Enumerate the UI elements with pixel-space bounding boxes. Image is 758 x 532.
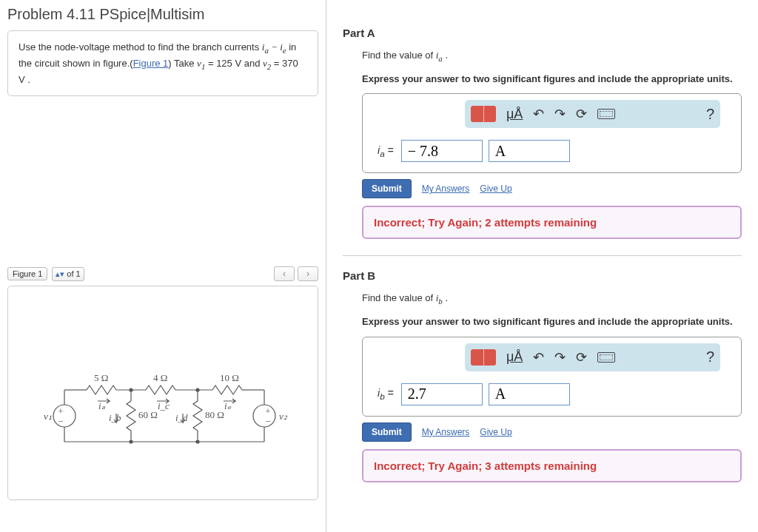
text: ) Take: [168, 58, 197, 69]
undo-icon[interactable]: ↶: [533, 106, 544, 122]
part-a-answer-box: μÅ ↶ ↷ ⟳ ? ia =: [362, 93, 742, 173]
svg-text:80 Ω: 80 Ω: [205, 409, 224, 420]
svg-text:−: −: [265, 416, 270, 427]
submit-button[interactable]: Submit: [362, 179, 412, 198]
keyboard-icon[interactable]: [597, 352, 615, 363]
figure-of: of 1: [67, 269, 80, 278]
part-a-instr: Express your answer to two significant f…: [362, 72, 742, 87]
problem-title: Problem 4.11 PSpice|Multisim: [7, 6, 318, 23]
text: and: [241, 58, 263, 69]
svg-text:4 Ω: 4 Ω: [153, 372, 167, 383]
svg-text:v₂: v₂: [279, 411, 288, 422]
help-icon[interactable]: ?: [706, 106, 714, 123]
svg-text:i_b: i_b: [109, 412, 121, 423]
answer-toolbar: μÅ ↶ ↷ ⟳ ?: [465, 343, 720, 371]
part-a-feedback: Incorrect; Try Again; 2 attempts remaini…: [362, 206, 742, 239]
part-b-title: Part B: [343, 269, 742, 282]
svg-point-1: [253, 405, 275, 427]
figure-nav: Figure 1 ▴▾ of 1 ‹ ›: [7, 266, 318, 281]
redo-icon[interactable]: ↷: [554, 106, 566, 122]
var-range: ia − ie: [262, 41, 286, 53]
svg-point-4: [130, 440, 133, 443]
units-button[interactable]: μÅ: [506, 349, 523, 365]
value-input[interactable]: [401, 140, 483, 162]
template-icon[interactable]: [471, 349, 496, 366]
part-a-prompt: Find the value of ia .: [362, 48, 742, 64]
reset-icon[interactable]: ⟳: [576, 349, 587, 366]
svg-point-0: [53, 405, 76, 427]
my-answers-link[interactable]: My Answers: [422, 183, 470, 194]
part-b-feedback: Incorrect; Try Again; 3 attempts remaini…: [362, 449, 742, 482]
unit-input[interactable]: [489, 140, 570, 162]
redo-icon[interactable]: ↷: [554, 349, 566, 366]
keyboard-icon[interactable]: [597, 109, 615, 119]
unit: V: [235, 58, 241, 69]
svg-text:iₑ: iₑ: [224, 400, 232, 411]
figure-panel: + − + − v₁ v₂ 5 Ω 4 Ω 10 Ω 60 Ω 80 Ω iₐ …: [7, 286, 318, 500]
help-icon[interactable]: ?: [706, 349, 714, 366]
reset-icon[interactable]: ⟳: [576, 106, 587, 122]
svg-text:+: +: [265, 405, 270, 417]
part-b-answer-box: μÅ ↶ ↷ ⟳ ? ib =: [362, 337, 742, 417]
text: .: [25, 74, 30, 85]
unit-input[interactable]: [489, 383, 570, 405]
text: = 125: [205, 58, 235, 69]
unit: V: [19, 74, 25, 85]
part-b-instr: Express your answer to two significant f…: [362, 314, 742, 329]
template-icon[interactable]: [471, 106, 496, 122]
svg-text:−: −: [58, 416, 63, 427]
part-a-title: Part A: [343, 27, 742, 39]
svg-text:i_d: i_d: [175, 412, 188, 423]
svg-text:v₁: v₁: [44, 411, 52, 422]
eq-label: ia =: [378, 144, 394, 158]
circuit-diagram: + − + − v₁ v₂ 5 Ω 4 Ω 10 Ω 60 Ω 80 Ω iₐ …: [35, 368, 294, 466]
submit-button[interactable]: Submit: [362, 422, 412, 442]
figure-counter[interactable]: ▴▾ of 1: [52, 267, 84, 281]
figure-label[interactable]: Figure 1: [7, 267, 47, 280]
give-up-link[interactable]: Give Up: [480, 427, 512, 437]
figure-link[interactable]: Figure 1: [133, 58, 169, 69]
value-input[interactable]: [401, 383, 483, 405]
v1-symbol: v1: [197, 58, 205, 69]
give-up-link[interactable]: Give Up: [480, 183, 512, 194]
v2-symbol: v2: [263, 58, 271, 69]
svg-text:+: +: [58, 405, 63, 417]
units-button[interactable]: μÅ: [506, 107, 523, 122]
svg-point-2: [130, 388, 133, 391]
problem-statement: Use the node-voltage method to find the …: [7, 30, 318, 96]
svg-text:10 Ω: 10 Ω: [220, 372, 239, 383]
svg-point-3: [196, 388, 199, 391]
text: = 370: [271, 58, 298, 69]
undo-icon[interactable]: ↶: [533, 349, 544, 366]
divider: [343, 255, 742, 256]
svg-text:iₐ: iₐ: [98, 400, 106, 411]
svg-text:60 Ω: 60 Ω: [138, 409, 158, 420]
eq-label: ib =: [378, 387, 394, 401]
figure-next[interactable]: ›: [298, 266, 318, 281]
part-b-prompt: Find the value of ib .: [362, 291, 742, 307]
my-answers-link[interactable]: My Answers: [422, 427, 470, 437]
figure-prev[interactable]: ‹: [274, 266, 295, 281]
answer-toolbar: μÅ ↶ ↷ ⟳ ?: [465, 100, 720, 128]
svg-text:5 Ω: 5 Ω: [94, 372, 108, 383]
text: Use the node-voltage method to find the …: [19, 41, 262, 53]
svg-text:i_c: i_c: [158, 400, 170, 411]
svg-point-5: [196, 440, 199, 443]
